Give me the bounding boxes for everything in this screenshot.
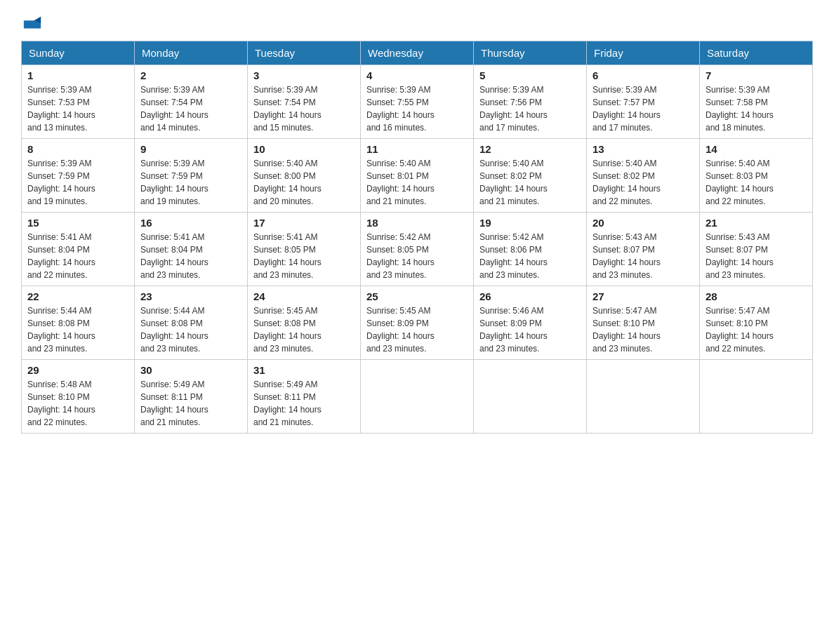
calendar-cell: 18 Sunrise: 5:42 AMSunset: 8:05 PMDaylig… bbox=[361, 213, 474, 286]
calendar-cell: 1 Sunrise: 5:39 AMSunset: 7:53 PMDayligh… bbox=[22, 65, 135, 139]
day-number: 5 bbox=[479, 69, 581, 81]
day-info: Sunrise: 5:40 AMSunset: 8:02 PMDaylight:… bbox=[479, 157, 581, 208]
day-number: 22 bbox=[27, 290, 128, 302]
day-info: Sunrise: 5:40 AMSunset: 8:00 PMDaylight:… bbox=[253, 157, 355, 208]
day-info: Sunrise: 5:40 AMSunset: 8:03 PMDaylight:… bbox=[706, 157, 807, 208]
calendar-cell: 16 Sunrise: 5:41 AMSunset: 8:04 PMDaylig… bbox=[135, 213, 248, 286]
day-number: 23 bbox=[140, 290, 241, 302]
day-header-wednesday: Wednesday bbox=[361, 41, 474, 65]
day-number: 28 bbox=[706, 290, 807, 302]
day-header-friday: Friday bbox=[587, 41, 700, 65]
day-number: 10 bbox=[253, 143, 355, 155]
day-info: Sunrise: 5:41 AMSunset: 8:04 PMDaylight:… bbox=[140, 231, 241, 281]
day-number: 21 bbox=[706, 217, 807, 229]
calendar-cell: 25 Sunrise: 5:45 AMSunset: 8:09 PMDaylig… bbox=[361, 286, 474, 360]
day-number: 19 bbox=[479, 217, 581, 229]
day-info: Sunrise: 5:48 AMSunset: 8:10 PMDaylight:… bbox=[27, 378, 128, 429]
day-info: Sunrise: 5:39 AMSunset: 7:57 PMDaylight:… bbox=[593, 83, 694, 134]
day-info: Sunrise: 5:42 AMSunset: 8:05 PMDaylight:… bbox=[366, 231, 468, 281]
calendar-cell: 9 Sunrise: 5:39 AMSunset: 7:59 PMDayligh… bbox=[135, 139, 248, 213]
day-info: Sunrise: 5:39 AMSunset: 7:54 PMDaylight:… bbox=[140, 83, 241, 134]
day-number: 16 bbox=[140, 217, 241, 229]
day-info: Sunrise: 5:44 AMSunset: 8:08 PMDaylight:… bbox=[27, 304, 128, 355]
calendar-cell: 15 Sunrise: 5:41 AMSunset: 8:04 PMDaylig… bbox=[22, 213, 135, 286]
day-info: Sunrise: 5:39 AMSunset: 7:55 PMDaylight:… bbox=[366, 83, 468, 134]
day-number: 25 bbox=[366, 290, 468, 302]
day-info: Sunrise: 5:41 AMSunset: 8:05 PMDaylight:… bbox=[253, 231, 355, 281]
logo-icon bbox=[22, 14, 42, 34]
day-info: Sunrise: 5:45 AMSunset: 8:09 PMDaylight:… bbox=[366, 304, 468, 355]
day-number: 1 bbox=[27, 69, 128, 81]
calendar-cell bbox=[474, 360, 587, 434]
day-number: 13 bbox=[593, 143, 694, 155]
calendar-cell: 22 Sunrise: 5:44 AMSunset: 8:08 PMDaylig… bbox=[22, 286, 135, 360]
calendar-week-5: 29 Sunrise: 5:48 AMSunset: 8:10 PMDaylig… bbox=[22, 360, 813, 434]
day-info: Sunrise: 5:49 AMSunset: 8:11 PMDaylight:… bbox=[253, 378, 355, 429]
day-info: Sunrise: 5:43 AMSunset: 8:07 PMDaylight:… bbox=[706, 231, 807, 281]
calendar-cell: 6 Sunrise: 5:39 AMSunset: 7:57 PMDayligh… bbox=[587, 65, 700, 139]
logo bbox=[21, 14, 42, 34]
day-info: Sunrise: 5:49 AMSunset: 8:11 PMDaylight:… bbox=[140, 378, 241, 429]
day-number: 17 bbox=[253, 217, 355, 229]
day-info: Sunrise: 5:41 AMSunset: 8:04 PMDaylight:… bbox=[27, 231, 128, 281]
calendar-cell: 2 Sunrise: 5:39 AMSunset: 7:54 PMDayligh… bbox=[135, 65, 248, 139]
calendar-cell: 21 Sunrise: 5:43 AMSunset: 8:07 PMDaylig… bbox=[700, 213, 813, 286]
day-number: 15 bbox=[27, 217, 128, 229]
calendar-cell: 17 Sunrise: 5:41 AMSunset: 8:05 PMDaylig… bbox=[248, 213, 361, 286]
calendar-cell bbox=[361, 360, 474, 434]
calendar-header: SundayMondayTuesdayWednesdayThursdayFrid… bbox=[22, 41, 813, 65]
calendar-cell: 31 Sunrise: 5:49 AMSunset: 8:11 PMDaylig… bbox=[248, 360, 361, 434]
day-number: 27 bbox=[593, 290, 694, 302]
calendar-cell: 13 Sunrise: 5:40 AMSunset: 8:02 PMDaylig… bbox=[587, 139, 700, 213]
day-info: Sunrise: 5:39 AMSunset: 7:56 PMDaylight:… bbox=[479, 83, 581, 134]
day-info: Sunrise: 5:47 AMSunset: 8:10 PMDaylight:… bbox=[593, 304, 694, 355]
day-number: 7 bbox=[706, 69, 807, 81]
day-number: 30 bbox=[140, 364, 241, 376]
day-number: 3 bbox=[253, 69, 355, 81]
day-number: 2 bbox=[140, 69, 241, 81]
day-number: 26 bbox=[479, 290, 581, 302]
calendar-body: 1 Sunrise: 5:39 AMSunset: 7:53 PMDayligh… bbox=[22, 65, 813, 434]
day-number: 8 bbox=[27, 143, 128, 155]
day-number: 6 bbox=[593, 69, 694, 81]
day-info: Sunrise: 5:40 AMSunset: 8:02 PMDaylight:… bbox=[593, 157, 694, 208]
day-number: 29 bbox=[27, 364, 128, 376]
calendar-cell: 12 Sunrise: 5:40 AMSunset: 8:02 PMDaylig… bbox=[474, 139, 587, 213]
day-header-tuesday: Tuesday bbox=[248, 41, 361, 65]
calendar-cell: 14 Sunrise: 5:40 AMSunset: 8:03 PMDaylig… bbox=[700, 139, 813, 213]
day-header-sunday: Sunday bbox=[22, 41, 135, 65]
calendar-week-1: 1 Sunrise: 5:39 AMSunset: 7:53 PMDayligh… bbox=[22, 65, 813, 139]
day-header-saturday: Saturday bbox=[700, 41, 813, 65]
calendar-table: SundayMondayTuesdayWednesdayThursdayFrid… bbox=[21, 41, 813, 434]
day-info: Sunrise: 5:47 AMSunset: 8:10 PMDaylight:… bbox=[706, 304, 807, 355]
day-number: 31 bbox=[253, 364, 355, 376]
calendar-cell: 5 Sunrise: 5:39 AMSunset: 7:56 PMDayligh… bbox=[474, 65, 587, 139]
day-info: Sunrise: 5:42 AMSunset: 8:06 PMDaylight:… bbox=[479, 231, 581, 281]
calendar-cell: 26 Sunrise: 5:46 AMSunset: 8:09 PMDaylig… bbox=[474, 286, 587, 360]
calendar-cell: 4 Sunrise: 5:39 AMSunset: 7:55 PMDayligh… bbox=[361, 65, 474, 139]
day-number: 4 bbox=[366, 69, 468, 81]
days-header-row: SundayMondayTuesdayWednesdayThursdayFrid… bbox=[22, 41, 813, 65]
day-info: Sunrise: 5:39 AMSunset: 7:59 PMDaylight:… bbox=[140, 157, 241, 208]
day-header-monday: Monday bbox=[135, 41, 248, 65]
calendar-cell bbox=[587, 360, 700, 434]
calendar-cell: 28 Sunrise: 5:47 AMSunset: 8:10 PMDaylig… bbox=[700, 286, 813, 360]
day-number: 14 bbox=[706, 143, 807, 155]
calendar-cell: 29 Sunrise: 5:48 AMSunset: 8:10 PMDaylig… bbox=[22, 360, 135, 434]
day-number: 11 bbox=[366, 143, 468, 155]
calendar-cell: 23 Sunrise: 5:44 AMSunset: 8:08 PMDaylig… bbox=[135, 286, 248, 360]
calendar-cell: 30 Sunrise: 5:49 AMSunset: 8:11 PMDaylig… bbox=[135, 360, 248, 434]
calendar-cell: 20 Sunrise: 5:43 AMSunset: 8:07 PMDaylig… bbox=[587, 213, 700, 286]
calendar-cell: 11 Sunrise: 5:40 AMSunset: 8:01 PMDaylig… bbox=[361, 139, 474, 213]
day-info: Sunrise: 5:39 AMSunset: 7:53 PMDaylight:… bbox=[27, 83, 128, 134]
day-info: Sunrise: 5:39 AMSunset: 7:59 PMDaylight:… bbox=[27, 157, 128, 208]
day-info: Sunrise: 5:44 AMSunset: 8:08 PMDaylight:… bbox=[140, 304, 241, 355]
calendar-cell: 27 Sunrise: 5:47 AMSunset: 8:10 PMDaylig… bbox=[587, 286, 700, 360]
day-header-thursday: Thursday bbox=[474, 41, 587, 65]
calendar-week-2: 8 Sunrise: 5:39 AMSunset: 7:59 PMDayligh… bbox=[22, 139, 813, 213]
day-info: Sunrise: 5:39 AMSunset: 7:54 PMDaylight:… bbox=[253, 83, 355, 134]
calendar-cell: 8 Sunrise: 5:39 AMSunset: 7:59 PMDayligh… bbox=[22, 139, 135, 213]
calendar-cell: 19 Sunrise: 5:42 AMSunset: 8:06 PMDaylig… bbox=[474, 213, 587, 286]
calendar-cell: 3 Sunrise: 5:39 AMSunset: 7:54 PMDayligh… bbox=[248, 65, 361, 139]
calendar-cell bbox=[700, 360, 813, 434]
